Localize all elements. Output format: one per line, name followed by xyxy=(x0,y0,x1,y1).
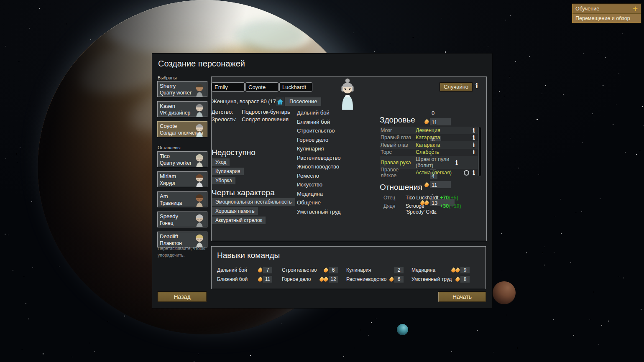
crew-name: Tico xyxy=(160,153,205,160)
skill-name: Кулинария xyxy=(297,145,324,152)
relation-value: +70 xyxy=(440,195,449,201)
skill-name: Растениеводство xyxy=(346,276,389,282)
learning-helper-title: Обучение xyxy=(575,6,633,12)
passion-flames xyxy=(258,268,262,272)
skill-value: 11 xyxy=(430,119,437,125)
body-part: Правая рука xyxy=(380,160,416,166)
skill-name: Умственный труд xyxy=(411,276,455,282)
gender-age-text: Женщина, возраст 80 (173) xyxy=(212,98,281,105)
health-condition: Деменция xyxy=(416,127,471,133)
skill-name: Горное дело xyxy=(282,276,319,282)
passion-flame-icon xyxy=(388,276,394,282)
first-name-input[interactable] xyxy=(212,82,245,92)
relation-type: Отец xyxy=(383,195,395,201)
incapable-title: Недоступно xyxy=(212,148,256,157)
childhood-value: Подросток-бунтарь xyxy=(242,109,290,115)
crew-role: Планктон xyxy=(160,240,205,247)
health-scrollbar[interactable] xyxy=(478,127,481,176)
nickname-input[interactable] xyxy=(245,82,279,92)
learning-helper-lesson[interactable]: Перемещение и обзор xyxy=(572,14,641,23)
health-condition: Катаракта xyxy=(416,135,471,140)
trait-chip: Хорошая память xyxy=(212,207,258,215)
info-icon[interactable]: i xyxy=(475,82,478,90)
skill-value: 11 xyxy=(263,276,272,283)
skill-value: 6 xyxy=(329,267,338,273)
passion-flame-icon xyxy=(455,267,460,273)
health-row: Правый глаз Катаракта i xyxy=(380,134,478,142)
learning-helper-header: Обучение + xyxy=(572,4,641,14)
passion-flames xyxy=(455,278,460,281)
crew-card-am[interactable]: Am Травница xyxy=(157,191,207,207)
relation-delta: (+5) xyxy=(449,195,458,201)
skill-value: 2 xyxy=(394,267,404,273)
health-condition: Астма (лёгкая) xyxy=(416,170,464,176)
health-condition: Шрам от пули (болит) xyxy=(416,156,454,168)
relation-value: +30 xyxy=(440,203,449,209)
passion-flame-icon xyxy=(323,276,328,282)
team-skill: Горное дело 12 xyxy=(282,275,338,283)
skill-name: Ближний бой xyxy=(297,119,330,125)
info-icon[interactable]: i xyxy=(471,142,476,148)
randomize-button[interactable]: Случайно xyxy=(440,82,473,92)
selected-label: Выбраны xyxy=(158,75,177,80)
team-skill: Умственный труд 8 xyxy=(411,275,470,283)
crew-card-kasen[interactable]: Kasen VR-дизайнер xyxy=(157,101,207,117)
expand-plus-icon[interactable]: + xyxy=(633,5,638,13)
team-skill: Кулинария 2 xyxy=(346,266,404,274)
health-row: Торс Слабость i xyxy=(380,149,478,156)
crew-name: Coyote xyxy=(160,122,205,130)
crew-card-tico[interactable]: Tico Quarry worker xyxy=(157,151,207,167)
skill-value: 8 xyxy=(460,276,470,283)
relations-title: Отношения xyxy=(380,183,422,192)
body-part: Правый глаз xyxy=(380,135,416,140)
crew-name: Kasen xyxy=(160,102,205,110)
skill-name: Строительство xyxy=(282,267,324,273)
bio-panel: Женщина, возраст 80 (173) Поселение xyxy=(211,76,487,241)
team-skills-title: Навыки команды xyxy=(217,251,280,260)
skill-name: Медицина xyxy=(297,191,323,197)
faction-label: Поселение xyxy=(285,97,321,106)
skill-name: Горное дело xyxy=(297,137,328,143)
moon-blue xyxy=(397,324,408,335)
body-part: Правое лёгкое xyxy=(380,167,416,178)
relation-name: Scrooge 'Speedy' Cruz xyxy=(406,203,439,215)
passion-flames xyxy=(258,278,262,281)
info-icon[interactable]: i xyxy=(454,159,459,166)
crew-name: Am xyxy=(160,193,205,200)
team-skills-panel: Навыки команды Дальний бой 7 Ближний бой… xyxy=(211,246,486,289)
info-icon[interactable]: i xyxy=(471,134,476,141)
crew-role: Гонец xyxy=(160,220,205,227)
health-condition: Слабость xyxy=(416,149,471,155)
trait-chip: Эмоциональная нестабильность xyxy=(212,198,295,206)
learning-helper: Обучение + Перемещение и обзор xyxy=(572,4,641,23)
info-icon[interactable]: i xyxy=(471,127,476,134)
crew-card-deadlift[interactable]: Deadlift Планктон xyxy=(157,232,207,247)
crew-card-sherry[interactable]: Sherry Quarry worker xyxy=(157,81,207,97)
last-name-input[interactable] xyxy=(279,82,312,92)
info-icon[interactable]: i xyxy=(471,169,476,176)
start-button[interactable]: Начать xyxy=(438,291,486,302)
health-row: Мозг Деменция i xyxy=(380,127,478,134)
skill-name: Дальний бой xyxy=(297,110,330,116)
crew-role: Травница xyxy=(160,200,205,206)
skill-name: Медицина xyxy=(411,267,451,273)
character-creation-dialog: Создание персонажей Выбраны Sherry Quarr… xyxy=(152,53,493,308)
crew-name: Miriam xyxy=(160,173,205,180)
crew-card-speedy[interactable]: Speedy Гонец xyxy=(157,212,207,227)
crew-role: VR-дизайнер xyxy=(160,110,205,116)
back-button[interactable]: Назад xyxy=(157,291,207,302)
crew-card-coyote-selected[interactable]: Coyote Солдат ополчения xyxy=(157,121,207,137)
info-icon[interactable]: i xyxy=(471,149,476,156)
crew-card-miriam[interactable]: Miriam Хирург xyxy=(157,171,207,187)
passion-flames xyxy=(324,268,328,272)
skill-value: 9 xyxy=(460,267,470,273)
passion-flame-icon xyxy=(257,276,263,282)
passion-flames xyxy=(451,268,459,272)
skill-name: Искусство xyxy=(297,181,322,188)
passion-flames xyxy=(319,278,327,281)
crew-role: Quarry worker xyxy=(160,160,205,166)
team-skill: Строительство 6 xyxy=(282,266,338,274)
skill-value: 11 xyxy=(430,182,437,188)
relation-name: Tico Luckhardt xyxy=(406,195,439,201)
body-part: Торс xyxy=(380,149,416,155)
